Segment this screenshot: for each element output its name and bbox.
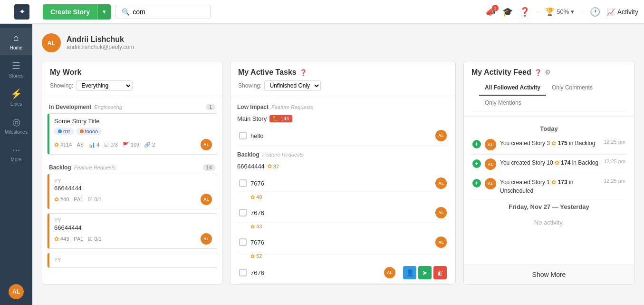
- tab-all-followed-activity[interactable]: All Followed Activity: [479, 80, 546, 96]
- task-section-low-impact: Low Impact Feature Requests Main Story 🐛…: [235, 101, 451, 146]
- logo-icon[interactable]: ✦: [14, 4, 29, 20]
- action-icons-row: 👤 ➤ 🗑: [403, 266, 447, 279]
- my-work-body: In Development Engineering 1 Some Story …: [42, 96, 222, 284]
- sidebar-item-more[interactable]: ··· More: [0, 139, 32, 167]
- history-icon[interactable]: 🕐: [590, 7, 600, 17]
- my-work-showing-row: Showing: Everything Unfinished Only: [50, 80, 214, 91]
- task-main-story-low-impact: Main Story 🐛 146: [237, 113, 449, 126]
- story-card-some-story[interactable]: Some Story Title rrrr toooo: [47, 113, 217, 155]
- action-icon-delete[interactable]: 🗑: [433, 266, 447, 279]
- tab-only-mentions-label: Only Mentions: [485, 99, 521, 106]
- my-active-tasks-title-text: My Active Tasks: [238, 68, 297, 77]
- action-icon-person[interactable]: 👤: [403, 266, 416, 279]
- task-name-7676-2: 7676: [250, 209, 432, 216]
- sidebar-item-epics[interactable]: ⚡ Epics: [0, 83, 32, 111]
- task-checkbox-hello[interactable]: [239, 132, 247, 139]
- activity-feed-help-icon[interactable]: ❓: [534, 69, 542, 76]
- tab-only-comments[interactable]: Only Comments: [546, 80, 598, 96]
- feed-time-1: 12:25 pm: [604, 139, 625, 145]
- search-icon: 🔍: [122, 8, 130, 16]
- partial-card[interactable]: YY: [47, 253, 217, 268]
- graduation-icon[interactable]: 🎓: [502, 7, 513, 17]
- story-card-66644444-2[interactable]: YY 66644444 ✿ #43 PA1 ☑ 0/1 AL: [47, 213, 217, 249]
- task-checkbox-7676-2[interactable]: [239, 209, 247, 216]
- task-points-7676-2: ✿ 43: [237, 223, 449, 233]
- wheat-icon-2: ✿: [54, 196, 59, 203]
- separator-1: ·: [537, 8, 538, 16]
- feed-points-icon-3: ✿: [551, 179, 556, 186]
- active-tasks-help-icon[interactable]: ❓: [299, 69, 307, 76]
- task-section-low-impact-title: Low Impact: [237, 104, 269, 110]
- yy-label-2: YY: [54, 217, 212, 223]
- meta-estimate: 🚩 109: [123, 142, 139, 148]
- megaphone-icon[interactable]: 📣 1: [485, 7, 496, 17]
- my-active-tasks-showing-select[interactable]: Unfinished Only Everything: [264, 80, 321, 91]
- feed-text-3: You created Story 1: [500, 179, 551, 186]
- activity-feed-body: Today + AL You created Story 3 ✿ 175 in …: [464, 117, 634, 265]
- main-content: AL Andrii Lishchuk andrii.lishchuk@peoly…: [32, 24, 644, 305]
- progress-button[interactable]: 🏆 50% ▾: [545, 7, 574, 16]
- action-icon-forward[interactable]: ➤: [418, 266, 432, 279]
- feed-item-story-1: + AL You created Story 1 ✿ 173 in Unsche…: [471, 174, 627, 199]
- sidebar-epics-label: Epics: [10, 101, 22, 107]
- create-story-dropdown-button[interactable]: ▾: [97, 4, 111, 20]
- show-more-button[interactable]: Show More: [464, 265, 634, 284]
- search-input[interactable]: [133, 8, 204, 16]
- task-avatar-7676-2: AL: [435, 207, 447, 218]
- task-checkbox-7676-1[interactable]: [239, 179, 247, 187]
- progress-label: 50%: [557, 8, 569, 15]
- task-checkbox-7676-4[interactable]: [239, 269, 247, 276]
- story-card-66644444-1[interactable]: YY 66644444 ✿ #40 PA1 ☑ 0/1 AL: [47, 174, 217, 209]
- section-backlog-sub: Feature Requests: [74, 165, 115, 170]
- task-checkbox-7676-3[interactable]: [239, 238, 247, 246]
- meta-tasks: ☑ 0/3: [104, 142, 117, 148]
- feed-time-2: 12:25 pm: [604, 158, 625, 164]
- feed-item-story-3: + AL You created Story 3 ✿ 175 in Backlo…: [471, 135, 627, 155]
- card-label-1: 66644444: [54, 185, 212, 192]
- section-in-development: In Development Engineering 1: [47, 101, 217, 113]
- sidebar-item-stories[interactable]: ☰ Stories: [0, 55, 32, 83]
- feed-avatar-2: AL: [485, 158, 496, 170]
- profile-header: AL Andrii Lishchuk andrii.lishchuk@peoly…: [42, 33, 634, 52]
- columns-layout: My Work Showing: Everything Unfinished O…: [42, 61, 634, 285]
- task-points-7676-3: ✿ 52: [237, 252, 449, 262]
- activity-feed-gear-icon[interactable]: ⚙: [545, 69, 551, 76]
- sidebar-item-milestones[interactable]: ◎ Milestones: [0, 111, 32, 139]
- task-section-backlog-title: Backlog: [237, 151, 260, 158]
- feed-location-1: in Backlog: [569, 140, 595, 147]
- feed-avatar-3: AL: [485, 178, 496, 189]
- feed-text-2: You created Story 10: [500, 159, 555, 166]
- profile-avatar: AL: [42, 33, 61, 52]
- section-backlog-name: Backlog: [49, 164, 71, 171]
- help-icon[interactable]: ❓: [519, 7, 530, 17]
- meta-points: ✿ #114: [54, 141, 72, 148]
- sidebar-user-avatar[interactable]: AL: [9, 284, 24, 299]
- my-active-tasks-body: Low Impact Feature Requests Main Story 🐛…: [231, 96, 455, 284]
- sun-icon-1: ✿: [250, 194, 255, 200]
- tag-rrrr: rrrr: [54, 128, 74, 135]
- task-points-7676-4: 🐛 55: [237, 284, 449, 284]
- profile-name: Andrii Lishchuk: [67, 35, 134, 44]
- feed-content-3: You created Story 1 ✿ 173 in Unscheduled: [500, 178, 600, 195]
- task-section-backlog-header: Backlog Feature Requests: [237, 148, 449, 161]
- my-work-showing-label: Showing:: [50, 82, 73, 89]
- activity-tabs: All Followed Activity Only Comments Only…: [471, 80, 626, 111]
- points-pill-backlog: ✿ 37: [268, 163, 279, 169]
- my-work-title-text: My Work: [50, 68, 81, 77]
- task-item-hello: hello AL: [237, 126, 449, 146]
- feed-content-1: You created Story 3 ✿ 175 in Backlog: [500, 139, 600, 148]
- task-item-7676-4: 7676 AL 👤 ➤ 🗑: [237, 262, 449, 284]
- story-avatar-2: AL: [201, 194, 212, 205]
- sidebar-item-home[interactable]: ⌂ Home: [0, 28, 32, 55]
- friday-header: Friday, Nov 27 — Yesterday: [471, 199, 627, 213]
- tab-only-mentions[interactable]: Only Mentions: [479, 96, 527, 111]
- my-active-tasks-showing-row: Showing: Unfinished Only Everything: [238, 80, 448, 91]
- create-story-button[interactable]: Create Story: [43, 4, 97, 20]
- activity-button[interactable]: 📈 Activity: [607, 8, 638, 16]
- tab-only-comments-label: Only Comments: [552, 84, 593, 91]
- feed-text-1: You created Story 3: [500, 140, 551, 147]
- story-avatar-3: AL: [201, 233, 212, 245]
- tag-dot-rrrr: [58, 129, 62, 133]
- story-some-story-tags: rrrr toooo: [54, 128, 212, 135]
- my-work-showing-select[interactable]: Everything Unfinished Only: [76, 80, 133, 91]
